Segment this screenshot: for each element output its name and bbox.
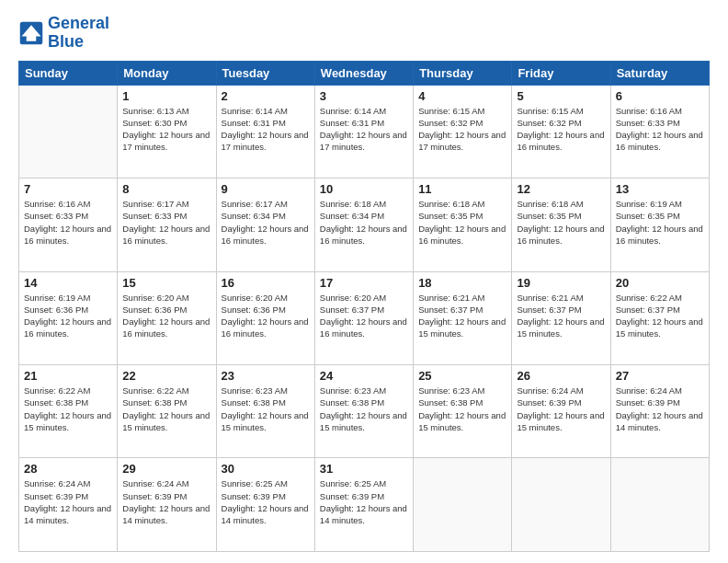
day-number: 21 xyxy=(24,369,112,383)
calendar-table: SundayMondayTuesdayWednesdayThursdayFrid… xyxy=(18,61,710,552)
day-info: Sunrise: 6:13 AMSunset: 6:30 PMDaylight:… xyxy=(122,105,210,154)
day-number: 12 xyxy=(517,182,605,196)
day-number: 13 xyxy=(616,182,704,196)
day-info: Sunrise: 6:17 AMSunset: 6:34 PMDaylight:… xyxy=(222,198,310,247)
calendar-cell: 25Sunrise: 6:23 AMSunset: 6:38 PMDayligh… xyxy=(414,365,512,458)
day-number: 26 xyxy=(517,369,605,383)
day-number: 17 xyxy=(320,276,408,290)
day-number: 6 xyxy=(616,89,704,103)
calendar-cell: 8Sunrise: 6:17 AMSunset: 6:33 PMDaylight… xyxy=(118,178,216,271)
day-number: 1 xyxy=(122,89,210,103)
day-info: Sunrise: 6:15 AMSunset: 6:32 PMDaylight:… xyxy=(517,105,605,154)
week-row-3: 21Sunrise: 6:22 AMSunset: 6:38 PMDayligh… xyxy=(19,365,710,458)
day-number: 5 xyxy=(517,89,605,103)
day-info: Sunrise: 6:21 AMSunset: 6:37 PMDaylight:… xyxy=(418,292,506,340)
day-number: 4 xyxy=(418,89,506,103)
day-number: 19 xyxy=(517,276,605,290)
day-number: 16 xyxy=(222,276,310,290)
calendar-cell: 21Sunrise: 6:22 AMSunset: 6:38 PMDayligh… xyxy=(19,365,118,458)
calendar-cell: 30Sunrise: 6:25 AMSunset: 6:39 PMDayligh… xyxy=(216,458,314,552)
day-number: 23 xyxy=(222,369,310,383)
calendar-cell: 31Sunrise: 6:25 AMSunset: 6:39 PMDayligh… xyxy=(314,458,413,552)
day-info: Sunrise: 6:25 AMSunset: 6:39 PMDaylight:… xyxy=(222,477,310,526)
day-info: Sunrise: 6:20 AMSunset: 6:36 PMDaylight:… xyxy=(122,292,210,340)
week-row-0: 1Sunrise: 6:13 AMSunset: 6:30 PMDaylight… xyxy=(19,85,710,178)
calendar-cell: 11Sunrise: 6:18 AMSunset: 6:35 PMDayligh… xyxy=(414,178,512,271)
day-info: Sunrise: 6:17 AMSunset: 6:33 PMDaylight:… xyxy=(122,198,210,247)
day-number: 3 xyxy=(320,89,408,103)
day-number: 20 xyxy=(616,276,704,290)
calendar-cell: 4Sunrise: 6:15 AMSunset: 6:32 PMDaylight… xyxy=(414,85,512,178)
calendar-cell: 20Sunrise: 6:22 AMSunset: 6:37 PMDayligh… xyxy=(610,271,709,364)
day-info: Sunrise: 6:19 AMSunset: 6:35 PMDaylight:… xyxy=(616,198,704,247)
header: General Blue xyxy=(18,15,710,52)
weekday-header-wednesday: Wednesday xyxy=(314,61,413,85)
day-number: 28 xyxy=(24,462,112,476)
calendar-cell: 19Sunrise: 6:21 AMSunset: 6:37 PMDayligh… xyxy=(512,271,610,364)
logo: General Blue xyxy=(18,15,109,52)
day-number: 31 xyxy=(320,462,408,476)
day-number: 18 xyxy=(418,276,506,290)
calendar-cell: 22Sunrise: 6:22 AMSunset: 6:38 PMDayligh… xyxy=(118,365,216,458)
logo-text: General Blue xyxy=(48,15,109,52)
day-info: Sunrise: 6:24 AMSunset: 6:39 PMDaylight:… xyxy=(122,477,210,526)
day-info: Sunrise: 6:20 AMSunset: 6:37 PMDaylight:… xyxy=(320,292,408,340)
day-info: Sunrise: 6:14 AMSunset: 6:31 PMDaylight:… xyxy=(320,105,408,154)
calendar-cell: 18Sunrise: 6:21 AMSunset: 6:37 PMDayligh… xyxy=(414,271,512,364)
day-number: 11 xyxy=(418,182,506,196)
day-info: Sunrise: 6:23 AMSunset: 6:38 PMDaylight:… xyxy=(418,385,506,433)
calendar-cell: 1Sunrise: 6:13 AMSunset: 6:30 PMDaylight… xyxy=(118,85,216,178)
weekday-header-tuesday: Tuesday xyxy=(216,61,314,85)
day-info: Sunrise: 6:15 AMSunset: 6:32 PMDaylight:… xyxy=(418,105,506,154)
day-info: Sunrise: 6:14 AMSunset: 6:31 PMDaylight:… xyxy=(222,105,310,154)
calendar-cell: 13Sunrise: 6:19 AMSunset: 6:35 PMDayligh… xyxy=(610,178,709,271)
day-info: Sunrise: 6:22 AMSunset: 6:38 PMDaylight:… xyxy=(122,385,210,433)
calendar-cell: 2Sunrise: 6:14 AMSunset: 6:31 PMDaylight… xyxy=(216,85,314,178)
weekday-header-monday: Monday xyxy=(118,61,216,85)
day-info: Sunrise: 6:21 AMSunset: 6:37 PMDaylight:… xyxy=(517,292,605,340)
calendar-cell: 26Sunrise: 6:24 AMSunset: 6:39 PMDayligh… xyxy=(512,365,610,458)
calendar-cell xyxy=(610,458,709,552)
calendar-cell xyxy=(414,458,512,552)
day-number: 2 xyxy=(222,89,310,103)
calendar-cell: 10Sunrise: 6:18 AMSunset: 6:34 PMDayligh… xyxy=(314,178,413,271)
calendar-cell: 14Sunrise: 6:19 AMSunset: 6:36 PMDayligh… xyxy=(19,271,118,364)
calendar-cell: 5Sunrise: 6:15 AMSunset: 6:32 PMDaylight… xyxy=(512,85,610,178)
day-number: 8 xyxy=(122,182,210,196)
day-info: Sunrise: 6:25 AMSunset: 6:39 PMDaylight:… xyxy=(320,477,408,526)
day-number: 25 xyxy=(418,369,506,383)
page: General Blue SundayMondayTuesdayWednesda… xyxy=(0,0,728,563)
day-number: 7 xyxy=(24,182,112,196)
day-number: 10 xyxy=(320,182,408,196)
day-info: Sunrise: 6:20 AMSunset: 6:36 PMDaylight:… xyxy=(222,292,310,340)
day-info: Sunrise: 6:24 AMSunset: 6:39 PMDaylight:… xyxy=(616,385,704,433)
weekday-header-thursday: Thursday xyxy=(414,61,512,85)
day-info: Sunrise: 6:18 AMSunset: 6:34 PMDaylight:… xyxy=(320,198,408,247)
weekday-header-friday: Friday xyxy=(512,61,610,85)
day-number: 30 xyxy=(222,462,310,476)
calendar-cell: 23Sunrise: 6:23 AMSunset: 6:38 PMDayligh… xyxy=(216,365,314,458)
day-number: 15 xyxy=(122,276,210,290)
day-info: Sunrise: 6:23 AMSunset: 6:38 PMDaylight:… xyxy=(222,385,310,433)
weekday-header-sunday: Sunday xyxy=(19,61,118,85)
calendar-cell: 16Sunrise: 6:20 AMSunset: 6:36 PMDayligh… xyxy=(216,271,314,364)
day-number: 22 xyxy=(122,369,210,383)
calendar-cell: 29Sunrise: 6:24 AMSunset: 6:39 PMDayligh… xyxy=(118,458,216,552)
calendar-cell: 24Sunrise: 6:23 AMSunset: 6:38 PMDayligh… xyxy=(314,365,413,458)
day-info: Sunrise: 6:18 AMSunset: 6:35 PMDaylight:… xyxy=(517,198,605,247)
day-number: 9 xyxy=(222,182,310,196)
day-info: Sunrise: 6:19 AMSunset: 6:36 PMDaylight:… xyxy=(24,292,112,340)
day-number: 27 xyxy=(616,369,704,383)
calendar-cell: 27Sunrise: 6:24 AMSunset: 6:39 PMDayligh… xyxy=(610,365,709,458)
week-row-4: 28Sunrise: 6:24 AMSunset: 6:39 PMDayligh… xyxy=(19,458,710,552)
day-info: Sunrise: 6:24 AMSunset: 6:39 PMDaylight:… xyxy=(517,385,605,433)
day-info: Sunrise: 6:16 AMSunset: 6:33 PMDaylight:… xyxy=(616,105,704,154)
day-info: Sunrise: 6:16 AMSunset: 6:33 PMDaylight:… xyxy=(24,198,112,247)
day-info: Sunrise: 6:18 AMSunset: 6:35 PMDaylight:… xyxy=(418,198,506,247)
day-number: 24 xyxy=(320,369,408,383)
weekday-header-saturday: Saturday xyxy=(610,61,709,85)
weekday-header-row: SundayMondayTuesdayWednesdayThursdayFrid… xyxy=(19,61,710,85)
day-number: 14 xyxy=(24,276,112,290)
calendar-cell: 28Sunrise: 6:24 AMSunset: 6:39 PMDayligh… xyxy=(19,458,118,552)
calendar-cell xyxy=(19,85,118,178)
